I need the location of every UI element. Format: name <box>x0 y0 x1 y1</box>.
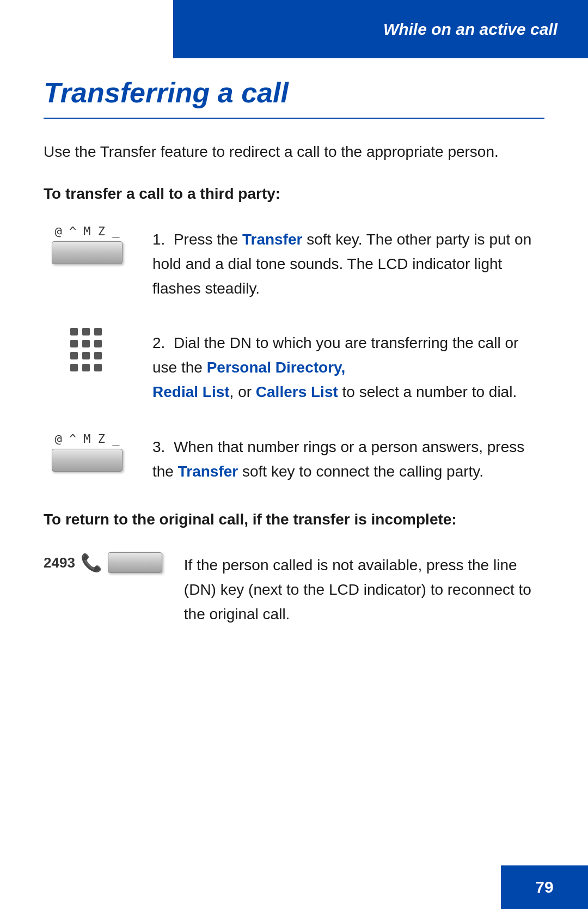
step-3-text: 3. When that number rings or a person an… <box>152 432 544 484</box>
keypad-dot <box>70 340 78 347</box>
step1-number: 1. <box>152 231 174 248</box>
step3-key-label: @ ^ M Z _ <box>54 432 119 446</box>
dn-key-group: 2493 📞 <box>44 552 162 573</box>
step1-highlight-transfer: Transfer <box>242 231 303 248</box>
keypad-dot <box>94 328 102 335</box>
step-2-row: 2. Dial the DN to which you are transfer… <box>44 328 544 404</box>
step-1-row: @ ^ M Z _ 1. Press the Transfer soft key… <box>44 224 544 301</box>
step2-highlight-personal: Personal Directory, <box>207 359 346 376</box>
keypad-dot <box>82 340 90 347</box>
keypad-dot <box>94 364 102 371</box>
dn-step-text: If the person called is not available, p… <box>184 550 544 626</box>
dn-number: 2493 <box>44 554 75 571</box>
keypad-dot <box>70 352 78 359</box>
dn-button <box>108 552 162 573</box>
phone-icon: 📞 <box>81 552 102 573</box>
keypad-dot <box>82 364 90 371</box>
keypad-dot <box>94 352 102 359</box>
header-title: While on an active call <box>383 20 558 39</box>
dn-step-row: 2493 📞 If the person called is not avail… <box>44 550 544 626</box>
step1-soft-key-button <box>52 241 122 264</box>
page-heading: Transferring a call <box>44 76 544 119</box>
step2-number: 2. <box>152 334 174 351</box>
step-1-icon: @ ^ M Z _ <box>44 224 131 264</box>
steps-container: @ ^ M Z _ 1. Press the Transfer soft key… <box>44 224 544 484</box>
step-2-icon <box>44 328 131 374</box>
step-1-text: 1. Press the Transfer soft key. The othe… <box>152 224 544 301</box>
dn-step-icon: 2493 📞 <box>44 550 162 573</box>
keypad-dot <box>82 352 90 359</box>
section1-heading: To transfer a call to a third party: <box>44 185 544 203</box>
keypad-dot <box>70 364 78 371</box>
section2-heading: To return to the original call, if the t… <box>44 511 544 528</box>
keypad-dot <box>94 340 102 347</box>
step-2-text: 2. Dial the DN to which you are transfer… <box>152 328 544 404</box>
step3-number: 3. <box>152 438 174 455</box>
step3-highlight-transfer: Transfer <box>178 463 238 480</box>
footer-bar: 79 <box>501 865 588 909</box>
step2-highlight-redial: Redial List <box>152 383 230 400</box>
intro-text: Use the Transfer feature to redirect a c… <box>44 141 544 163</box>
step-3-icon: @ ^ M Z _ <box>44 432 131 472</box>
step2-keypad-grid <box>70 328 104 374</box>
page-content: Transferring a call Use the Transfer fea… <box>0 0 588 698</box>
step-3-row: @ ^ M Z _ 3. When that number rings or a… <box>44 432 544 484</box>
step1-key-label: @ ^ M Z _ <box>54 224 119 238</box>
step2-highlight-callers: Callers List <box>256 383 338 400</box>
header-bar: While on an active call <box>173 0 588 58</box>
step3-soft-key-button <box>52 449 122 472</box>
page-number: 79 <box>535 878 553 896</box>
keypad-dot <box>82 328 90 335</box>
keypad-dot <box>70 328 78 335</box>
